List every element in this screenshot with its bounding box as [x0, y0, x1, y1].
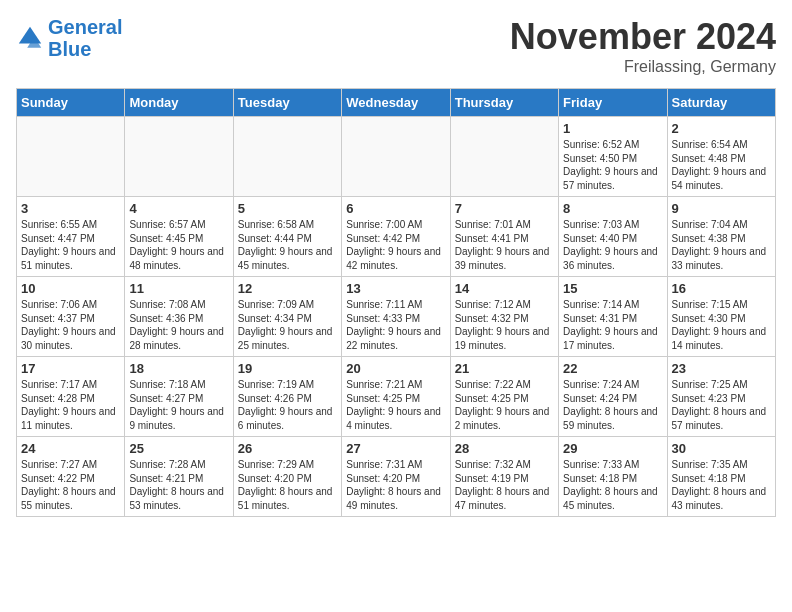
week-row-2: 3Sunrise: 6:55 AM Sunset: 4:47 PM Daylig…: [17, 197, 776, 277]
calendar-cell: 18Sunrise: 7:18 AM Sunset: 4:27 PM Dayli…: [125, 357, 233, 437]
weekday-header-row: SundayMondayTuesdayWednesdayThursdayFrid…: [17, 89, 776, 117]
calendar-cell: [233, 117, 341, 197]
month-title: November 2024: [510, 16, 776, 58]
day-info: Sunrise: 6:57 AM Sunset: 4:45 PM Dayligh…: [129, 218, 228, 272]
day-number: 18: [129, 361, 228, 376]
calendar-cell: 9Sunrise: 7:04 AM Sunset: 4:38 PM Daylig…: [667, 197, 775, 277]
day-info: Sunrise: 7:28 AM Sunset: 4:21 PM Dayligh…: [129, 458, 228, 512]
day-info: Sunrise: 7:24 AM Sunset: 4:24 PM Dayligh…: [563, 378, 662, 432]
calendar-cell: 26Sunrise: 7:29 AM Sunset: 4:20 PM Dayli…: [233, 437, 341, 517]
day-info: Sunrise: 7:00 AM Sunset: 4:42 PM Dayligh…: [346, 218, 445, 272]
calendar-cell: 5Sunrise: 6:58 AM Sunset: 4:44 PM Daylig…: [233, 197, 341, 277]
day-number: 6: [346, 201, 445, 216]
day-number: 17: [21, 361, 120, 376]
day-number: 15: [563, 281, 662, 296]
day-info: Sunrise: 6:58 AM Sunset: 4:44 PM Dayligh…: [238, 218, 337, 272]
calendar-cell: 29Sunrise: 7:33 AM Sunset: 4:18 PM Dayli…: [559, 437, 667, 517]
day-number: 2: [672, 121, 771, 136]
week-row-5: 24Sunrise: 7:27 AM Sunset: 4:22 PM Dayli…: [17, 437, 776, 517]
logo: General Blue: [16, 16, 122, 60]
calendar-cell: 3Sunrise: 6:55 AM Sunset: 4:47 PM Daylig…: [17, 197, 125, 277]
day-info: Sunrise: 7:03 AM Sunset: 4:40 PM Dayligh…: [563, 218, 662, 272]
calendar-cell: [17, 117, 125, 197]
day-info: Sunrise: 6:55 AM Sunset: 4:47 PM Dayligh…: [21, 218, 120, 272]
day-number: 16: [672, 281, 771, 296]
day-info: Sunrise: 7:21 AM Sunset: 4:25 PM Dayligh…: [346, 378, 445, 432]
day-info: Sunrise: 7:12 AM Sunset: 4:32 PM Dayligh…: [455, 298, 554, 352]
day-number: 28: [455, 441, 554, 456]
day-number: 4: [129, 201, 228, 216]
svg-marker-0: [19, 27, 41, 44]
week-row-1: 1Sunrise: 6:52 AM Sunset: 4:50 PM Daylig…: [17, 117, 776, 197]
title-block: November 2024 Freilassing, Germany: [510, 16, 776, 76]
day-info: Sunrise: 7:27 AM Sunset: 4:22 PM Dayligh…: [21, 458, 120, 512]
calendar-cell: 12Sunrise: 7:09 AM Sunset: 4:34 PM Dayli…: [233, 277, 341, 357]
calendar-cell: 10Sunrise: 7:06 AM Sunset: 4:37 PM Dayli…: [17, 277, 125, 357]
page: General Blue November 2024 Freilassing, …: [0, 0, 792, 533]
day-info: Sunrise: 7:09 AM Sunset: 4:34 PM Dayligh…: [238, 298, 337, 352]
day-number: 5: [238, 201, 337, 216]
calendar-cell: 13Sunrise: 7:11 AM Sunset: 4:33 PM Dayli…: [342, 277, 450, 357]
day-number: 27: [346, 441, 445, 456]
day-number: 7: [455, 201, 554, 216]
day-number: 3: [21, 201, 120, 216]
day-info: Sunrise: 7:19 AM Sunset: 4:26 PM Dayligh…: [238, 378, 337, 432]
day-info: Sunrise: 7:14 AM Sunset: 4:31 PM Dayligh…: [563, 298, 662, 352]
calendar-cell: 30Sunrise: 7:35 AM Sunset: 4:18 PM Dayli…: [667, 437, 775, 517]
day-number: 8: [563, 201, 662, 216]
calendar-cell: 1Sunrise: 6:52 AM Sunset: 4:50 PM Daylig…: [559, 117, 667, 197]
calendar-cell: 17Sunrise: 7:17 AM Sunset: 4:28 PM Dayli…: [17, 357, 125, 437]
day-info: Sunrise: 7:04 AM Sunset: 4:38 PM Dayligh…: [672, 218, 771, 272]
calendar-cell: 25Sunrise: 7:28 AM Sunset: 4:21 PM Dayli…: [125, 437, 233, 517]
weekday-header-monday: Monday: [125, 89, 233, 117]
day-info: Sunrise: 7:35 AM Sunset: 4:18 PM Dayligh…: [672, 458, 771, 512]
calendar-cell: 24Sunrise: 7:27 AM Sunset: 4:22 PM Dayli…: [17, 437, 125, 517]
calendar-cell: 15Sunrise: 7:14 AM Sunset: 4:31 PM Dayli…: [559, 277, 667, 357]
day-number: 25: [129, 441, 228, 456]
logo-general: General: [48, 16, 122, 38]
week-row-3: 10Sunrise: 7:06 AM Sunset: 4:37 PM Dayli…: [17, 277, 776, 357]
day-number: 14: [455, 281, 554, 296]
calendar-cell: 4Sunrise: 6:57 AM Sunset: 4:45 PM Daylig…: [125, 197, 233, 277]
calendar-table: SundayMondayTuesdayWednesdayThursdayFrid…: [16, 88, 776, 517]
day-info: Sunrise: 7:11 AM Sunset: 4:33 PM Dayligh…: [346, 298, 445, 352]
weekday-header-wednesday: Wednesday: [342, 89, 450, 117]
calendar-cell: [450, 117, 558, 197]
calendar-cell: [125, 117, 233, 197]
day-number: 20: [346, 361, 445, 376]
day-number: 1: [563, 121, 662, 136]
calendar-cell: 21Sunrise: 7:22 AM Sunset: 4:25 PM Dayli…: [450, 357, 558, 437]
calendar-cell: 20Sunrise: 7:21 AM Sunset: 4:25 PM Dayli…: [342, 357, 450, 437]
day-number: 23: [672, 361, 771, 376]
day-info: Sunrise: 7:22 AM Sunset: 4:25 PM Dayligh…: [455, 378, 554, 432]
calendar-cell: 16Sunrise: 7:15 AM Sunset: 4:30 PM Dayli…: [667, 277, 775, 357]
day-number: 22: [563, 361, 662, 376]
day-info: Sunrise: 7:29 AM Sunset: 4:20 PM Dayligh…: [238, 458, 337, 512]
day-info: Sunrise: 7:08 AM Sunset: 4:36 PM Dayligh…: [129, 298, 228, 352]
day-number: 9: [672, 201, 771, 216]
day-number: 10: [21, 281, 120, 296]
calendar-cell: [342, 117, 450, 197]
weekday-header-saturday: Saturday: [667, 89, 775, 117]
weekday-header-friday: Friday: [559, 89, 667, 117]
day-info: Sunrise: 6:54 AM Sunset: 4:48 PM Dayligh…: [672, 138, 771, 192]
day-info: Sunrise: 7:06 AM Sunset: 4:37 PM Dayligh…: [21, 298, 120, 352]
calendar-cell: 14Sunrise: 7:12 AM Sunset: 4:32 PM Dayli…: [450, 277, 558, 357]
logo-text: General Blue: [48, 16, 122, 60]
weekday-header-sunday: Sunday: [17, 89, 125, 117]
day-info: Sunrise: 7:01 AM Sunset: 4:41 PM Dayligh…: [455, 218, 554, 272]
weekday-header-thursday: Thursday: [450, 89, 558, 117]
calendar-cell: 22Sunrise: 7:24 AM Sunset: 4:24 PM Dayli…: [559, 357, 667, 437]
day-info: Sunrise: 7:25 AM Sunset: 4:23 PM Dayligh…: [672, 378, 771, 432]
day-number: 19: [238, 361, 337, 376]
day-number: 12: [238, 281, 337, 296]
calendar-cell: 28Sunrise: 7:32 AM Sunset: 4:19 PM Dayli…: [450, 437, 558, 517]
location: Freilassing, Germany: [510, 58, 776, 76]
calendar-cell: 19Sunrise: 7:19 AM Sunset: 4:26 PM Dayli…: [233, 357, 341, 437]
calendar-cell: 23Sunrise: 7:25 AM Sunset: 4:23 PM Dayli…: [667, 357, 775, 437]
day-number: 29: [563, 441, 662, 456]
week-row-4: 17Sunrise: 7:17 AM Sunset: 4:28 PM Dayli…: [17, 357, 776, 437]
calendar-cell: 11Sunrise: 7:08 AM Sunset: 4:36 PM Dayli…: [125, 277, 233, 357]
day-info: Sunrise: 6:52 AM Sunset: 4:50 PM Dayligh…: [563, 138, 662, 192]
calendar-cell: 6Sunrise: 7:00 AM Sunset: 4:42 PM Daylig…: [342, 197, 450, 277]
